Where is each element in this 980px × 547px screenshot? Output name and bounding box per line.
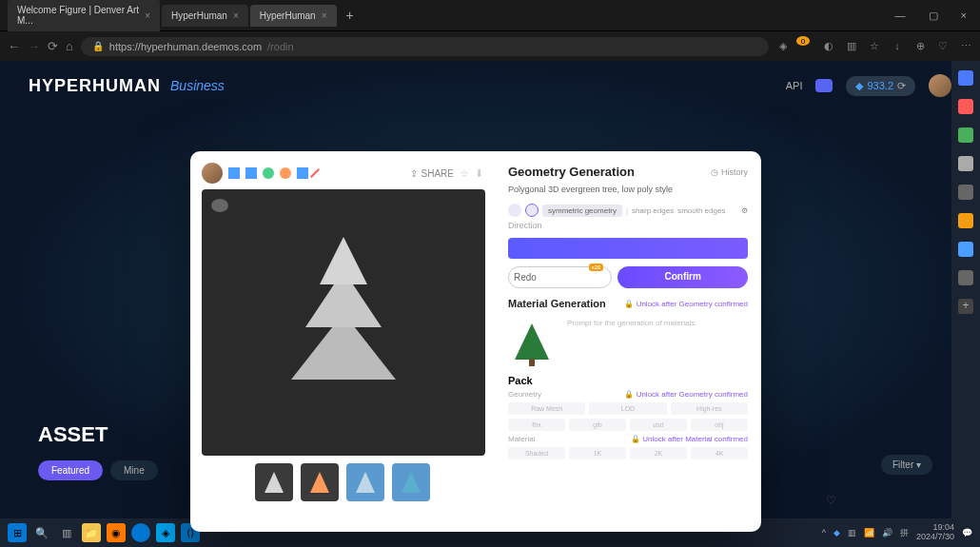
task-view-icon[interactable]: ▥ [57,523,76,542]
res-option[interactable]: 2K [630,447,687,459]
logo[interactable]: HYPERHUMAN [29,76,161,96]
chip-option[interactable] [508,204,521,217]
new-tab-button[interactable]: + [339,8,362,23]
download-icon[interactable]: ⬇ [475,167,483,180]
filter-button[interactable]: Filter ▾ [881,455,932,475]
tool-icon[interactable] [228,167,240,179]
credits-pill[interactable]: ◆ 933.2 ⟳ [846,76,915,96]
confirm-button[interactable]: Confirm [617,266,748,288]
extension-icon[interactable]: ▥ [845,40,858,52]
pack-option[interactable]: LOD [589,402,666,415]
explorer-icon[interactable]: 📁 [82,523,101,542]
redo-button[interactable]: Redo x26 [508,266,612,288]
volume-icon[interactable]: 🔊 [882,528,892,537]
sidebar-icon[interactable] [958,213,973,228]
pack-title: Pack [508,375,748,386]
extension-icon[interactable]: ⊕ [913,40,927,52]
chip-symmetric[interactable]: symmetric geometry [542,205,622,217]
app-icon[interactable]: ◈ [156,523,175,542]
history-link[interactable]: ◷ History [711,167,748,177]
browser-tab[interactable]: HyperHuman × [250,5,337,27]
credits-count: 933.2 [867,80,893,91]
tool-icon[interactable]: ☆ [460,167,469,180]
tool-icon[interactable] [297,167,308,179]
edge-icon[interactable] [131,523,150,542]
format-option[interactable]: usd [630,419,687,431]
close-icon[interactable]: × [322,10,327,21]
wifi-icon[interactable]: 📶 [864,528,874,537]
sidebar-icon[interactable] [958,270,973,285]
discord-icon[interactable] [815,79,833,92]
format-option[interactable]: glb [569,419,626,431]
refresh-icon[interactable]: ⟳ [897,80,906,92]
sidebar-icon[interactable] [958,156,973,171]
plus-icon[interactable]: + [958,299,973,314]
clock[interactable]: 19:04 2024/7/30 [916,523,954,542]
tray-icon[interactable]: ◆ [833,528,840,537]
tool-icon[interactable] [263,167,274,179]
avatar[interactable] [929,74,951,97]
res-option[interactable]: 1K [569,447,626,459]
tool-icon[interactable] [245,167,257,179]
res-option[interactable]: 4K [691,447,748,459]
material-prompt-input[interactable]: Prompt for the generation of materials [563,315,748,331]
variant-thumb[interactable] [346,463,384,501]
sidebar-icon[interactable] [958,242,973,257]
tray-icon[interactable]: ^ [822,528,826,537]
back-icon[interactable]: ← [8,39,20,53]
format-option[interactable]: obj [691,419,748,431]
refresh-icon[interactable]: ⟳ [48,39,58,53]
close-icon[interactable]: × [233,10,239,21]
close-icon[interactable]: × [145,10,150,21]
material-title: Material Generation 🔒 Unlock after Geome… [508,298,748,309]
extension-icon[interactable]: ☆ [868,40,881,52]
format-option[interactable]: fbx [508,419,565,431]
sidebar-icon[interactable] [958,99,973,114]
generate-button[interactable] [508,238,748,259]
viewport-3d[interactable] [202,189,485,456]
gear-icon[interactable]: ⚙ [741,206,748,215]
extension-icon[interactable]: ◐ [822,40,835,52]
heart-icon[interactable]: ♡ [826,494,836,507]
maximize-icon[interactable]: ▢ [923,6,944,26]
minimize-icon[interactable]: — [890,6,911,26]
menu-icon[interactable]: ⋯ [959,40,972,52]
chip-smooth[interactable]: smooth edges [677,206,725,215]
tool-icon[interactable] [280,167,291,179]
share-button[interactable]: ⇪ SHARE [410,168,454,179]
search-icon[interactable]: 🔍 [32,523,51,542]
notifications-icon[interactable]: 💬 [962,528,972,537]
start-icon[interactable]: ⊞ [8,523,27,542]
chip-option[interactable] [525,204,539,217]
forward-icon[interactable]: → [28,39,40,53]
pencil-icon[interactable] [310,168,320,178]
extension-icon[interactable]: ↓ [891,40,904,52]
home-icon[interactable]: ⌂ [66,39,73,53]
app-icon[interactable]: ◉ [107,523,126,542]
variant-thumb[interactable] [301,463,339,501]
sidebar-icon[interactable] [958,70,973,86]
api-link[interactable]: API [786,80,803,91]
tab-mine[interactable]: Mine [110,460,158,480]
shade-option[interactable]: Shaded [508,447,565,459]
browser-tab[interactable]: HyperHuman × [162,5,248,27]
address-bar[interactable]: 🔒 https://hyperhuman.deemos.com/rodin [81,37,769,56]
sidebar-icon[interactable] [958,127,973,143]
chip-sharp[interactable]: sharp edges [632,206,674,215]
sidebar-icon[interactable] [958,185,973,200]
extension-icon[interactable]: ◈ [776,40,790,52]
extension-icon[interactable]: ♡ [936,40,950,52]
variant-thumb[interactable] [255,463,293,501]
pack-option[interactable]: Raw Mesh [508,402,585,415]
variant-thumb[interactable] [392,463,430,501]
eye-icon[interactable] [211,199,228,212]
url-host: https://hyperhuman.deemos.com [109,41,262,52]
browser-tab[interactable]: Welcome Figure | Denver Art M... × [8,0,160,31]
pack-option[interactable]: High-res [671,402,748,415]
lock-icon: 🔒 [92,41,104,51]
ime-icon[interactable]: 拼 [900,527,909,539]
tray-icon[interactable]: ▥ [848,528,856,537]
tab-featured[interactable]: Featured [38,460,103,480]
avatar[interactable] [202,163,223,184]
close-icon[interactable]: × [955,6,972,26]
